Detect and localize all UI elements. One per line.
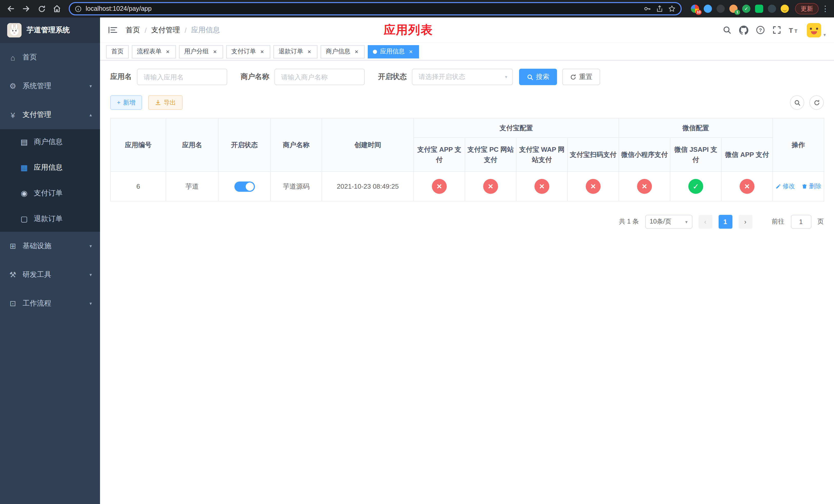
status-toggle[interactable] — [234, 181, 255, 191]
sidebar-item-home[interactable]: ⌂ 首页 — [0, 43, 100, 72]
sidebar-item-workflow[interactable]: ⊡ 工作流程 ▾ — [0, 289, 100, 318]
cell-created: 2021-10-23 08:49:25 — [322, 171, 414, 201]
merchant-name-input[interactable] — [275, 69, 365, 85]
url-text: localhost:1024/pay/app — [86, 5, 640, 12]
toggle-search-icon[interactable] — [790, 95, 804, 110]
browser-forward-button[interactable] — [20, 2, 33, 15]
browser-menu-icon[interactable]: ⋮ — [821, 4, 830, 13]
page-size-select[interactable]: 10条/页 ▾ — [645, 215, 692, 229]
extension-pin-icon[interactable] — [768, 5, 776, 13]
password-key-icon[interactable] — [644, 5, 651, 12]
cell-alipay-pc — [465, 171, 516, 201]
browser-back-button[interactable] — [4, 2, 18, 15]
user-avatar[interactable]: ▾ — [807, 23, 826, 37]
search-button[interactable]: 搜索 — [519, 69, 557, 85]
refresh-icon[interactable] — [809, 95, 824, 110]
url-bar[interactable]: localhost:1024/pay/app — [69, 2, 682, 15]
extension-profile-icon[interactable]: 1 — [729, 5, 738, 13]
sidebar-item-infra[interactable]: ⊞ 基础设施 ▾ — [0, 232, 100, 260]
breadcrumb-separator: / — [145, 26, 147, 34]
gear-icon: ⚙ — [8, 82, 18, 91]
active-dot-icon — [373, 49, 377, 53]
close-icon[interactable] — [408, 48, 414, 54]
card-icon: ▤ — [20, 137, 29, 147]
svg-text:T: T — [795, 29, 797, 34]
sidebar-collapse-icon[interactable] — [108, 26, 117, 34]
app-name-label: 应用名 — [110, 72, 132, 82]
col-header-alipay-pc: 支付宝 PC 网站支付 — [465, 138, 516, 171]
sidebar-item-app-info[interactable]: ▦ 应用信息 — [0, 155, 100, 181]
navbar-actions: ? TT ▾ — [723, 23, 826, 37]
tab-merchant-info[interactable]: 商户信息 — [321, 45, 365, 58]
sidebar-item-pay-order[interactable]: ◉ 支付订单 — [0, 181, 100, 206]
box-icon: ⊡ — [8, 299, 18, 308]
tab-pay-order[interactable]: 支付订单 — [226, 45, 270, 58]
sidebar-item-refund-order[interactable]: ▢ 退款订单 — [0, 206, 100, 232]
pagination-total: 共 1 条 — [619, 217, 639, 226]
close-icon[interactable] — [212, 48, 218, 54]
reset-button[interactable]: 重置 — [562, 69, 600, 85]
close-icon[interactable] — [164, 48, 171, 54]
github-icon[interactable] — [739, 25, 749, 35]
app-name-input[interactable] — [137, 69, 227, 85]
font-size-icon[interactable]: TT — [789, 26, 799, 34]
breadcrumb-home[interactable]: 首页 — [126, 25, 140, 35]
sidebar-item-system[interactable]: ⚙ 系统管理 ▾ — [0, 72, 100, 100]
help-icon[interactable]: ? — [756, 26, 765, 35]
target-icon: ◉ — [20, 189, 29, 198]
chevron-up-icon: ▴ — [89, 112, 92, 117]
config-fail-icon — [586, 179, 601, 194]
delete-link[interactable]: 删除 — [802, 182, 821, 191]
share-icon[interactable] — [656, 5, 663, 12]
fullscreen-icon[interactable] — [773, 26, 782, 35]
browser-window: localhost:1024/pay/app 10 1 ✓ — [0, 0, 834, 504]
tab-home[interactable]: 首页 — [106, 45, 129, 58]
browser-home-button[interactable] — [50, 2, 64, 15]
add-button[interactable]: + 新增 — [110, 95, 142, 110]
close-icon[interactable] — [353, 48, 359, 54]
tab-app-info[interactable]: 应用信息 — [368, 45, 419, 58]
document-icon: ▢ — [20, 214, 29, 224]
tab-refund-order[interactable]: 退款订单 — [273, 45, 317, 58]
prev-page-button[interactable]: ‹ — [698, 215, 712, 229]
search-icon[interactable] — [723, 26, 732, 35]
tab-process-form[interactable]: 流程表单 — [132, 45, 176, 58]
extension-dark-icon[interactable] — [717, 5, 725, 13]
col-header-app-name: 应用名 — [166, 118, 218, 171]
sidebar-item-merchant-info[interactable]: ▤ 商户信息 — [0, 129, 100, 155]
extension-blue-drop-icon[interactable] — [704, 5, 712, 13]
status-select[interactable]: 请选择开启状态 ▾ — [412, 69, 513, 85]
sidebar-item-pay[interactable]: ¥ 支付管理 ▴ — [0, 100, 100, 129]
next-page-button[interactable]: › — [738, 215, 752, 229]
browser-reload-button[interactable] — [35, 2, 48, 15]
group-header-alipay: 支付宝配置 — [414, 118, 619, 138]
tab-user-group[interactable]: 用户分组 — [179, 45, 223, 58]
group-header-wechat: 微信配置 — [619, 118, 773, 138]
goto-page-input[interactable] — [791, 215, 811, 229]
apps-table: 应用编号 应用名 开启状态 商户名称 创建时间 支付宝配置 微信配置 操作 支付… — [110, 118, 824, 202]
extension-wechat-icon[interactable] — [755, 5, 763, 13]
top-navbar: 首页 / 支付管理 / 应用信息 应用列表 ? — [100, 18, 834, 43]
export-button[interactable]: 导出 — [148, 95, 182, 110]
cell-alipay-wap — [516, 171, 568, 201]
omnibox-actions — [644, 5, 676, 12]
edit-link[interactable]: 修改 — [775, 182, 795, 191]
extension-emoji-icon[interactable] — [781, 5, 789, 13]
chevron-down-icon: ▾ — [89, 244, 92, 249]
logo-avatar — [7, 23, 22, 38]
search-form: 应用名 商户名称 开启状态 请选择开启状态 ▾ 搜索 — [110, 69, 824, 85]
browser-update-button[interactable]: 更新 — [795, 3, 819, 14]
bookmark-star-icon[interactable] — [668, 5, 676, 12]
extension-colorful-icon[interactable]: 10 — [691, 5, 699, 13]
col-header-status: 开启状态 — [218, 118, 270, 171]
sidebar-item-dev-tools[interactable]: ⚒ 研发工具 ▾ — [0, 260, 100, 289]
site-info-icon[interactable] — [75, 5, 82, 12]
extension-green-check-icon[interactable]: ✓ — [742, 5, 750, 13]
breadcrumb: 首页 / 支付管理 / 应用信息 — [126, 25, 220, 35]
download-icon — [155, 99, 161, 106]
chevron-down-icon: ▾ — [824, 32, 826, 37]
close-icon[interactable] — [306, 48, 312, 54]
page-number-1[interactable]: 1 — [718, 215, 732, 229]
breadcrumb-pay[interactable]: 支付管理 — [151, 25, 180, 35]
close-icon[interactable] — [259, 48, 265, 54]
